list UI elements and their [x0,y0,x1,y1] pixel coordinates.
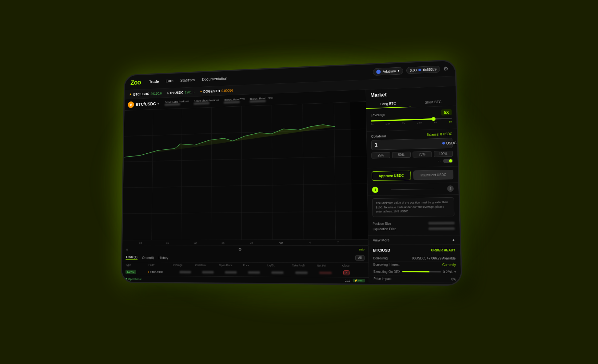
nav-documentation[interactable]: Documentation [202,75,227,83]
pair-selector[interactable]: ₿ BTC/USDC ▾ [128,101,159,108]
nav-earn[interactable]: Earn [165,77,173,85]
row-open-price [225,271,245,273]
y-label-2 [352,137,365,137]
dex-slider[interactable] [402,271,441,273]
right-panel: Market Long BTC Short BTC Leverage 5X [366,86,461,284]
network-label: Arbitrum [383,69,396,73]
long-badge: LONG [126,270,136,274]
percent-label: % [126,248,128,251]
main-content: ₿ BTC/USDC ▾ Active Long Positions Activ… [122,86,461,284]
price-impact-label: Price Impact [373,277,392,280]
borrow-interest-label: Borrowing Interest [373,263,399,266]
app-logo: Zoo [130,78,141,86]
leverage-thumb[interactable] [431,117,435,121]
doge-price: 0.00056 [221,89,233,93]
position-size-value [428,222,455,224]
svg-line-8 [272,105,273,239]
pct-25[interactable]: 25% [371,152,390,159]
step-2: 2 [447,185,454,192]
insufficient-button: Insufficient USDC [413,170,453,180]
network-icon [376,69,381,74]
row-collateral [202,271,222,273]
stat-long-pos: Active Long Positions [165,100,189,106]
collateral-toggle[interactable] [443,159,453,163]
collateral-input[interactable] [375,140,442,148]
wallet-icon [419,69,421,71]
x-label-25: 25 [222,241,225,244]
tab-trade[interactable]: Trade(1) [126,255,138,260]
network-chevron: ▾ [398,69,400,73]
col-pair[interactable]: Pair▾ [149,263,169,267]
trades-panel: Trade(1) Order(0) History All Type Pair▾… [122,253,369,277]
collateral-label: Collateral [371,134,386,138]
y-label-4 [353,203,366,203]
pair-name: BTC/USDC [136,101,156,107]
col-net-pnl: Net Pnl [317,264,339,267]
tab-short-btc[interactable]: Short BTC [410,97,456,107]
tab-order[interactable]: Order(0) [142,256,154,259]
pct-50[interactable]: 50% [392,152,411,158]
pct-75[interactable]: 75% [413,151,432,158]
borrow-interest-value: Currently [442,263,456,267]
order-header: BTC/USD ORDER READY [373,248,456,252]
stat-interest-usdc: Interest Rate USDC [249,97,273,103]
position-info: Position Size Liquidation Price [368,219,460,235]
col-leverage: Leverage [172,263,192,267]
doge-symbol: DOGE/ETH [203,89,220,93]
lev-1x: 1x [371,123,374,125]
dex-pct-value: 0.25% [443,270,452,274]
x-label-22: 22 [194,241,197,244]
chart-controls: % ⚙ auto [122,245,369,253]
nav-statistics[interactable]: Statistics [180,77,195,84]
row-pair-text: BTC/USDC [150,270,163,273]
gas-info: 0.12 ⚡ Fast [345,279,365,283]
settings-icon[interactable]: ⚙ [443,65,448,72]
doge-coin-icon: ● [200,90,202,93]
ticker-eth[interactable]: ETH/USDC 1901.5 [167,90,194,95]
order-pair: BTC/USD [373,248,390,253]
price-impact-row: Price Impact 0% [373,275,456,283]
pair-icon: ● [147,270,149,273]
lev-5x: 5x [449,120,452,123]
chart-settings-icon[interactable]: ⚙ [238,247,242,252]
pct-buttons: 25% 50% 75% 100% [371,151,453,159]
steps-row: 1 2 [368,183,459,196]
all-button[interactable]: All [355,255,365,261]
operational-status: Operational [125,277,141,280]
usdc-icon [442,142,445,144]
wallet-balance: 0.00 [410,68,417,72]
approve-button[interactable]: Approve USDC [372,171,411,181]
tab-history[interactable]: History [158,256,168,259]
row-close[interactable]: X [343,271,365,275]
network-selector[interactable]: Arbitrum ▾ [373,67,403,75]
svg-line-9 [303,104,304,239]
price-impact-value: 0% [451,277,456,281]
action-buttons: Approve USDC Insufficient USDC [367,166,458,184]
svg-line-1 [124,156,367,162]
row-pair: ● BTC/USDC [147,270,177,273]
pct-100[interactable]: 100% [433,151,453,157]
view-more-row[interactable]: View More ▲ [368,235,460,245]
wallet-button[interactable]: 0.00 0x553c9 [406,65,440,74]
token-selector[interactable]: USDC ▾ [442,141,460,145]
y-label-1 [352,105,365,105]
left-panel: ₿ BTC/USDC ▾ Active Long Positions Activ… [122,90,369,284]
auto-label[interactable]: auto [359,248,364,251]
interest-btc-value [224,101,245,104]
toggle-icon-2 [441,161,441,161]
ticker-doge[interactable]: ● DOGE/ETH 0.00056 [200,89,233,93]
close-trade-button[interactable]: X [343,271,349,275]
x-label-18: 18 [139,241,142,244]
chart-stats: Active Long Positions Active Short Posit… [165,97,273,106]
svg-line-6 [211,108,212,240]
nav-trade[interactable]: Trade [149,78,159,85]
col-close: Close [342,264,365,267]
row-take-profit [295,271,316,274]
leverage-slider[interactable]: 1x 1.5x 2x 2.5x 4x 5x [371,118,452,126]
view-more-chevron-icon: ▲ [452,238,455,242]
ticker-btc[interactable]: ★ BTC/USDC 29150.6 [129,91,162,97]
speed-badge: ⚡ Fast [353,279,365,283]
leverage-section: Leverage 5X 1x 1.5x 2x 2.5x [366,106,457,132]
dex-chevron-icon[interactable]: ▾ [454,270,456,274]
tab-long-btc[interactable]: Long BTC [366,98,411,109]
